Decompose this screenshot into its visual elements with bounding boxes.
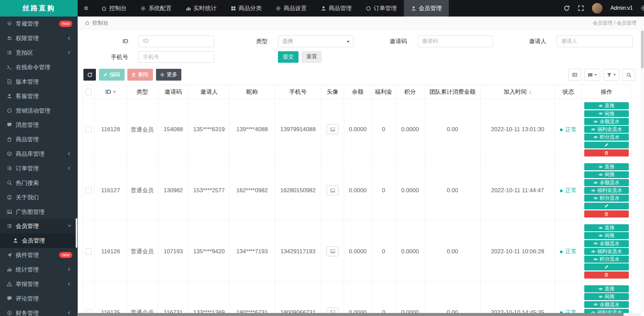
phone-input[interactable] [138, 51, 214, 63]
nav-item-realtime-stats[interactable]: 实时统计 [179, 0, 224, 17]
reset-button[interactable]: 重置 [302, 51, 321, 62]
row-checkbox[interactable] [85, 126, 92, 133]
sidebar-scrollbar-thumb[interactable] [76, 218, 77, 248]
sort-icon[interactable] [529, 91, 532, 94]
chart-icon [186, 6, 191, 11]
points-flow-button[interactable]: 积分流水 [584, 256, 629, 263]
sidebar-item-about-us[interactable]: 关于我们 [0, 190, 78, 204]
more-button[interactable]: 更多 [156, 69, 182, 80]
direct-referral-button[interactable]: 直推 [584, 224, 629, 231]
refresh-button[interactable] [83, 69, 96, 80]
edit-button[interactable]: 编辑 [99, 69, 125, 80]
admin-username[interactable]: Admin:v1 [611, 5, 633, 11]
sidebar-item-comment-management[interactable]: 评论管理 [0, 291, 78, 306]
sidebar-item-general-management[interactable]: 常规管理 new [0, 17, 78, 31]
nav-item-order-management[interactable]: 订单管理 [359, 0, 404, 17]
sidebar-item-statistics-management[interactable]: 统计管理 [0, 262, 78, 277]
delete-button[interactable]: 删除 [127, 69, 153, 80]
sidebar-item-order-management[interactable]: 订单管理 [0, 161, 78, 176]
direct-referral-button[interactable]: 直推 [584, 163, 629, 170]
header-join-time[interactable]: 加入时间 [480, 85, 555, 99]
vertical-scrollbar-thumb[interactable] [641, 31, 643, 69]
sidebar-label: 营销活动管理 [16, 107, 51, 115]
nav-item-product-settings[interactable]: 商品设置 [269, 0, 314, 17]
sidebar-item-marketing-activity[interactable]: 营销活动管理 [0, 103, 78, 118]
indirect-referral-button[interactable]: 间推 [584, 171, 629, 178]
nav-item-product-category[interactable]: 商品分类 [224, 0, 268, 17]
delete-row-button[interactable] [584, 271, 629, 279]
sidebar-item-product-library[interactable]: 商品库管理 [0, 147, 78, 161]
cell-nickname: 139****4088 [229, 99, 275, 160]
search-icon [7, 180, 12, 185]
table-view-button[interactable] [568, 69, 581, 80]
gear-icon[interactable] [641, 5, 644, 11]
nav-item-system-config[interactable]: 系统配置 [134, 0, 179, 17]
welfare-flow-button[interactable]: 福利金流水 [584, 187, 629, 194]
sidebar-item-member-management[interactable]: 会员管理 [0, 219, 78, 233]
sidebar-item-message-management[interactable]: 消息管理 [0, 118, 78, 132]
id-input[interactable] [138, 35, 214, 47]
balance-flow-button[interactable]: 余额流水 [584, 301, 629, 308]
edit-row-button[interactable] [584, 142, 629, 149]
action-label: 直推 [604, 103, 614, 109]
edit-row-button[interactable] [584, 263, 629, 270]
nav-item-console[interactable]: 控制台 [94, 0, 133, 17]
sidebar-item-permission-management[interactable]: 权限管理 [0, 31, 78, 46]
inviter-input[interactable] [557, 35, 633, 47]
row-checkbox[interactable] [85, 187, 92, 194]
welfare-flow-button[interactable]: 福利金流水 [584, 248, 629, 255]
horizontal-scrollbar-thumb[interactable] [78, 313, 624, 316]
welfare-flow-button[interactable]: 福利金流水 [584, 126, 629, 133]
export-button[interactable] [603, 69, 619, 80]
hamburger-menu-icon[interactable]: ≡ [78, 0, 94, 17]
search-button[interactable] [622, 69, 635, 80]
type-select[interactable]: 选择 [278, 35, 354, 47]
balance-flow-button[interactable]: 余额流水 [584, 118, 629, 125]
balance-flow-button[interactable]: 余额流水 [584, 240, 629, 247]
sidebar-item-customer-service[interactable]: 客服管理 [0, 89, 78, 103]
direct-referral-button[interactable]: 直推 [584, 285, 629, 292]
invite-code-input[interactable] [417, 35, 493, 47]
points-flow-button[interactable]: 积分流水 [584, 134, 629, 141]
indirect-referral-button[interactable]: 间推 [584, 110, 629, 117]
submit-button[interactable]: 提交 [278, 51, 299, 62]
sidebar-label: 统计管理 [16, 265, 39, 274]
sidebar-item-report-management[interactable]: 举报管理 [0, 277, 78, 291]
breadcrumb-home[interactable]: 控制台 [92, 20, 108, 27]
direct-referral-button[interactable]: 直推 [584, 102, 629, 109]
sidebar-item-plugin-management[interactable]: 插件管理 new [0, 248, 78, 262]
sidebar-subitem-member-management[interactable]: 会员管理 [0, 233, 78, 248]
sort-desc-icon[interactable] [113, 91, 116, 93]
sidebar-item-hot-search[interactable]: 热门搜索 [0, 175, 78, 190]
columns-button[interactable] [585, 69, 600, 80]
sidebar-item-ad-image-management[interactable]: 广告图管理 [0, 204, 78, 219]
nav-item-product-management[interactable]: 商品管理 [314, 0, 359, 17]
vertical-scrollbar[interactable] [641, 17, 644, 313]
horizontal-scrollbar[interactable] [78, 313, 641, 316]
points-flow-button[interactable]: 积分流水 [584, 195, 629, 202]
delete-row-button[interactable] [584, 149, 629, 156]
refresh-icon[interactable] [564, 5, 570, 11]
nav-label: 商品管理 [329, 4, 352, 12]
sidebar-item-product-management[interactable]: 商品管理 [0, 132, 78, 147]
sidebar-item-auction-zone[interactable]: 竞拍区 [0, 46, 78, 60]
fullscreen-icon[interactable] [578, 5, 584, 11]
row-checkbox[interactable] [85, 248, 92, 255]
indirect-referral-button[interactable]: 间推 [584, 293, 629, 300]
select-all-checkbox[interactable] [85, 89, 92, 95]
balance-flow-button[interactable]: 余额流水 [584, 179, 629, 186]
avatar[interactable] [592, 3, 603, 14]
nav-item-member-management[interactable]: 会员管理 [404, 0, 449, 17]
cell-phone: 13429117193 [275, 221, 321, 282]
delete-row-button[interactable] [584, 210, 629, 218]
sidebar-item-online-command[interactable]: 在线命令管理 [0, 60, 78, 75]
edit-row-button[interactable] [584, 203, 629, 210]
sidebar-item-version-management[interactable]: 版本管理 [0, 74, 78, 89]
chevron-left-icon [68, 152, 71, 155]
sidebar-item-finance-management[interactable]: 财务管理 [0, 306, 78, 316]
list-icon [7, 50, 12, 55]
header-id[interactable]: ID [95, 85, 127, 99]
status-dot-icon [560, 128, 563, 132]
users-icon [7, 35, 12, 41]
indirect-referral-button[interactable]: 间推 [584, 232, 629, 239]
